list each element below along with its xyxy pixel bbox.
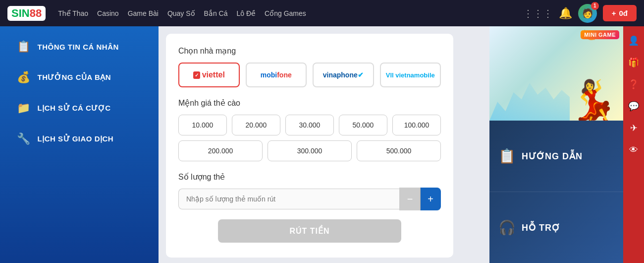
chat-sidebar-icon[interactable]: 💬: [624, 97, 643, 116]
avatar-badge: 1: [591, 2, 599, 10]
denom-grid-row1: 10.000 20.000 30.000 50.000 100.000: [178, 115, 441, 135]
sidebar-label-thong-tin: Thông Tin Cá Nhân: [38, 43, 119, 51]
nav-quay-so[interactable]: Quay Số: [167, 9, 195, 17]
denom-200000[interactable]: 200.000: [178, 140, 263, 161]
gift-sidebar-icon[interactable]: 🎁: [624, 53, 643, 72]
viettel-check: ✓: [193, 71, 200, 79]
denom-10000[interactable]: 10.000: [178, 115, 227, 135]
right-panel: 🍋 MINI GAME 💃 📋 HƯỚNG DẪN 🎧 HỖ TRỢ: [489, 26, 623, 263]
vina-text: vinaphone✔: [323, 71, 364, 79]
nav-lo-de[interactable]: Lô Đề: [237, 9, 256, 17]
denom-500000[interactable]: 500.000: [357, 140, 441, 161]
qty-input[interactable]: [178, 189, 399, 209]
network-vietnamobile[interactable]: Vll vietnamobile: [380, 63, 441, 87]
denom-300000[interactable]: 300.000: [268, 140, 352, 161]
main-layout: 📋 Thông Tin Cá Nhân 💰 Thưởng Của Bạn 📁 L…: [0, 26, 644, 263]
network-vinaphone[interactable]: vinaphone✔: [313, 63, 374, 87]
vnm-text: Vll vietnamobile: [386, 71, 435, 79]
nav-the-thao[interactable]: Thể Thao: [58, 9, 88, 17]
nav-ban-ca[interactable]: Bắn Cá: [204, 9, 228, 17]
network-options: ✓ viettel mobifone vinaphone✔ Vll vietna…: [178, 63, 441, 87]
denom-100000[interactable]: 100.000: [392, 115, 441, 135]
eye-sidebar-icon[interactable]: 👁: [624, 140, 643, 159]
bell-icon[interactable]: 🔔: [559, 7, 572, 20]
help-sidebar-icon[interactable]: ❓: [624, 75, 643, 94]
thong-tin-icon: 📋: [17, 40, 31, 53]
header-right: ⋮⋮⋮ 🔔 🧑 1 + 0đ: [523, 4, 637, 23]
sidebar-label-thuong: Thưởng Của Bạn: [38, 73, 111, 82]
thuong-icon: 💰: [17, 71, 31, 84]
balance-label: 0đ: [619, 9, 628, 17]
qty-minus-button[interactable]: −: [399, 188, 420, 210]
network-viettel[interactable]: ✓ viettel: [178, 63, 240, 87]
logo[interactable]: SIN88: [7, 6, 46, 21]
sidebar-label-lich-su-ca-cuoc: Lịch Sử Cá Cược: [38, 104, 111, 113]
denom-30000[interactable]: 30.000: [285, 115, 334, 135]
promo-figure: 💃: [569, 81, 618, 121]
viettel-text: viettel: [202, 70, 225, 79]
nav-game-bai[interactable]: Game Bài: [128, 9, 159, 17]
main-nav: Thể Thao Casino Game Bài Quay Số Bắn Cá …: [58, 9, 511, 17]
ho-tro-icon: 🎧: [498, 219, 516, 236]
network-mobifone[interactable]: mobifone: [246, 63, 307, 87]
submit-button[interactable]: RÚT TIỀN: [218, 219, 401, 243]
user-sidebar-icon[interactable]: 👤: [624, 31, 643, 50]
sidebar-item-lich-su-gd[interactable]: 🔧 Lịch Sử Giao Dịch: [0, 124, 159, 154]
sidebar-item-thong-tin[interactable]: 📋 Thông Tin Cá Nhân: [0, 31, 159, 62]
nav-cong-games[interactable]: Cổng Games: [265, 9, 306, 17]
withdraw-card: Chọn nhà mạng ✓ viettel mobifone vinapho…: [166, 34, 453, 258]
far-right-sidebar: 👤 🎁 ❓ 💬 ✈ 👁: [623, 26, 644, 263]
logo-num: 88: [30, 7, 42, 20]
denom-grid-row2: 200.000 300.000 500.000: [178, 140, 441, 161]
promo-banner: 🍋 MINI GAME 💃: [489, 26, 623, 121]
huong-dan-label: HƯỚNG DẪN: [522, 151, 583, 162]
grid-icon[interactable]: ⋮⋮⋮: [523, 7, 553, 19]
avatar-wrap[interactable]: 🧑 1: [578, 4, 597, 23]
content-area: Chọn nhà mạng ✓ viettel mobifone vinapho…: [159, 26, 489, 263]
sidebar: 📋 Thông Tin Cá Nhân 💰 Thưởng Của Bạn 📁 L…: [0, 26, 159, 263]
lich-su-gd-icon: 🔧: [17, 132, 31, 145]
logo-sin: SIN: [11, 7, 30, 20]
nav-casino[interactable]: Casino: [97, 9, 119, 17]
deposit-button[interactable]: + 0đ: [603, 5, 637, 21]
network-label: Chọn nhà mạng: [178, 46, 441, 56]
guide-section: 📋 HƯỚNG DẪN 🎧 HỖ TRỢ: [489, 121, 623, 263]
huong-dan-icon: 📋: [498, 148, 516, 164]
guide-ho-tro[interactable]: 🎧 HỖ TRỢ: [489, 192, 623, 263]
minigame-badge: MINI GAME: [581, 30, 619, 39]
sidebar-item-lich-su-ca-cuoc[interactable]: 📁 Lịch Sử Cá Cược: [0, 93, 159, 124]
qty-plus-button[interactable]: +: [420, 188, 441, 210]
ho-tro-label: HỖ TRỢ: [522, 222, 560, 233]
sidebar-item-thuong[interactable]: 💰 Thưởng Của Bạn: [0, 62, 159, 93]
telegram-sidebar-icon[interactable]: ✈: [624, 119, 643, 137]
lich-su-ca-cuoc-icon: 📁: [17, 102, 31, 115]
denom-label: Mệnh giá thẻ cào: [178, 98, 441, 108]
qty-label: Số lượng thẻ: [178, 172, 441, 182]
header: SIN88 Thể Thao Casino Game Bài Quay Số B…: [0, 0, 644, 26]
denom-50000[interactable]: 50.000: [339, 115, 387, 135]
mobi-text: mobifone: [261, 71, 292, 79]
sidebar-label-lich-su-gd: Lịch Sử Giao Dịch: [38, 134, 114, 143]
guide-huong-dan[interactable]: 📋 HƯỚNG DẪN: [489, 121, 623, 192]
plus-icon: +: [612, 9, 616, 17]
denom-20000[interactable]: 20.000: [232, 115, 280, 135]
qty-row: − +: [178, 188, 441, 210]
